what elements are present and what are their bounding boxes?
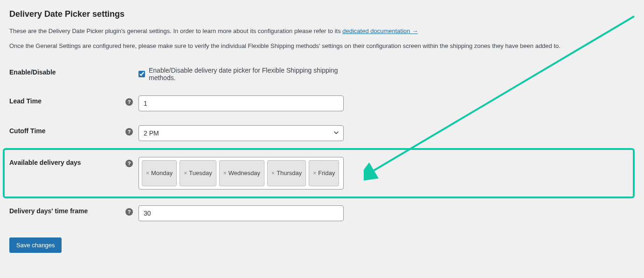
row-time-frame: Delivery days' time frame ? <box>9 198 635 228</box>
row-available-days: Available delivery days ? × Monday × Tue… <box>3 148 635 198</box>
help-icon[interactable]: ? <box>125 160 133 167</box>
tag-label: Wednesday <box>229 170 260 177</box>
save-button[interactable]: Save changes <box>9 237 62 253</box>
tag-wednesday[interactable]: × Wednesday <box>219 160 264 186</box>
page-title: Delivery Date Picker settings <box>9 9 635 19</box>
available-days-multiselect[interactable]: × Monday × Tuesday × Wednesday × Thursda… <box>138 157 344 190</box>
tag-label: Friday <box>318 170 335 177</box>
label-available-days: Available delivery days <box>9 157 125 166</box>
cutoff-time-select[interactable]: 2 PM <box>138 125 344 141</box>
enable-checkbox-label: Enable/Disable delivery date picker for … <box>149 67 339 81</box>
label-cutoff-time: Cutoff Time <box>9 125 125 135</box>
intro-prefix: These are the Delivery Date Picker plugi… <box>9 27 342 34</box>
close-icon[interactable]: × <box>271 170 275 176</box>
enable-checkbox[interactable] <box>138 70 145 78</box>
tag-label: Tuesday <box>189 170 212 177</box>
settings-form: Enable/Disable Enable/Disable delivery d… <box>9 60 635 228</box>
help-icon[interactable]: ? <box>125 208 133 216</box>
intro-text-1: These are the Delivery Date Picker plugi… <box>9 27 635 36</box>
tag-thursday[interactable]: × Thursday <box>267 160 306 186</box>
help-icon[interactable]: ? <box>125 128 133 136</box>
row-lead-time: Lead Time ? <box>9 88 635 118</box>
tag-monday[interactable]: × Monday <box>142 160 177 186</box>
close-icon[interactable]: × <box>146 170 149 176</box>
label-enable-disable: Enable/Disable <box>9 67 125 76</box>
label-time-frame: Delivery days' time frame <box>9 205 125 215</box>
row-cutoff-time: Cutoff Time ? 2 PM <box>9 118 635 148</box>
label-lead-time: Lead Time <box>9 95 125 105</box>
lead-time-input[interactable] <box>138 95 344 111</box>
tag-friday[interactable]: × Friday <box>309 160 339 186</box>
intro-text-2: Once the General Settings are configured… <box>9 41 635 51</box>
doc-link[interactable]: dedicated documentation → <box>342 27 418 34</box>
time-frame-input[interactable] <box>138 205 344 221</box>
close-icon[interactable]: × <box>223 170 227 176</box>
tag-tuesday[interactable]: × Tuesday <box>180 160 216 186</box>
tag-label: Monday <box>151 170 173 177</box>
close-icon[interactable]: × <box>313 170 316 176</box>
row-enable-disable: Enable/Disable Enable/Disable delivery d… <box>9 60 635 88</box>
help-icon[interactable]: ? <box>125 98 133 106</box>
tag-label: Thursday <box>277 170 302 177</box>
close-icon[interactable]: × <box>184 170 187 176</box>
